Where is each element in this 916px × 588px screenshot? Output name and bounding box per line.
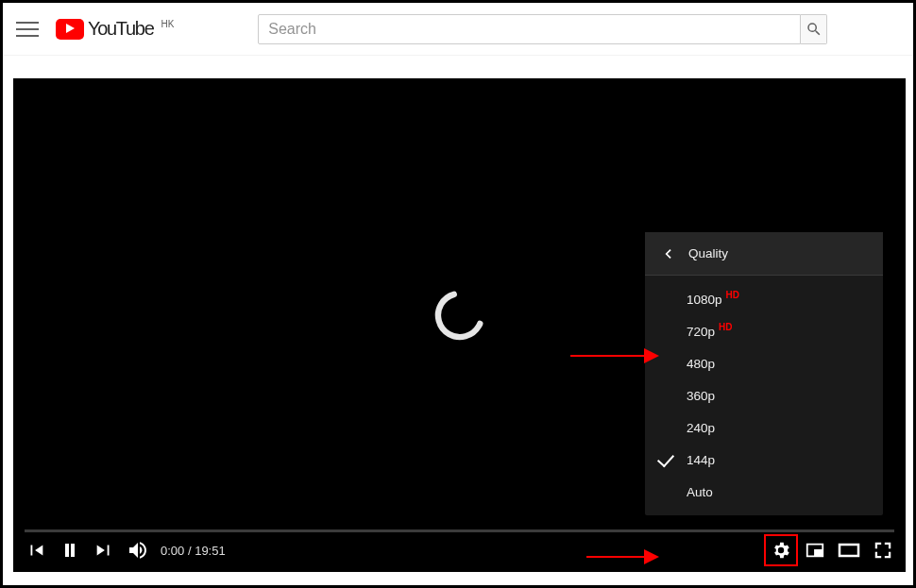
quality-menu: Quality 1080pHD720pHD480p360p240p144pAut… — [645, 232, 883, 515]
duration: 19:51 — [195, 544, 226, 558]
player-controls: 0:00 / 19:51 — [19, 532, 900, 568]
quality-menu-back[interactable]: Quality — [645, 232, 883, 276]
quality-label: 480p — [687, 357, 715, 371]
miniplayer-button[interactable] — [798, 533, 832, 567]
quality-option[interactable]: 240p — [645, 412, 883, 444]
search-input[interactable] — [258, 14, 801, 44]
hamburger-menu-icon[interactable] — [16, 18, 39, 41]
svg-rect-1 — [815, 550, 821, 555]
youtube-play-icon — [56, 19, 84, 40]
hd-badge: HD — [726, 290, 739, 300]
svg-rect-2 — [840, 545, 858, 556]
hd-badge: HD — [719, 322, 732, 332]
time-display: 0:00 / 19:51 — [161, 544, 226, 558]
gear-icon — [771, 540, 791, 561]
header: YouTube HK — [3, 3, 913, 56]
region-code: HK — [161, 19, 175, 29]
video-player[interactable]: Quality 1080pHD720pHD480p360p240p144pAut… — [13, 78, 906, 572]
settings-button[interactable] — [767, 536, 795, 564]
quality-option[interactable]: 1080pHD — [645, 283, 883, 315]
quality-option[interactable]: 144p — [645, 444, 883, 476]
previous-button[interactable] — [19, 533, 53, 567]
brand-text: YouTube — [88, 18, 154, 40]
quality-label: Auto — [687, 485, 713, 499]
quality-option[interactable]: 480p — [645, 347, 883, 379]
annotation-arrow-icon — [570, 355, 657, 357]
svg-point-0 — [430, 286, 489, 345]
quality-option[interactable]: Auto — [645, 476, 883, 508]
quality-label: 1080p — [687, 293, 722, 307]
pause-button[interactable] — [53, 533, 87, 567]
theater-button[interactable] — [832, 533, 866, 567]
quality-label: 720p — [687, 325, 715, 339]
quality-menu-items: 1080pHD720pHD480p360p240p144pAuto — [645, 276, 883, 515]
fullscreen-button[interactable] — [866, 533, 900, 567]
quality-menu-title: Quality — [688, 246, 728, 260]
search-icon — [806, 21, 823, 38]
quality-label: 240p — [687, 421, 715, 435]
loading-spinner-icon — [430, 285, 490, 345]
quality-label: 144p — [687, 453, 715, 467]
quality-label: 360p — [687, 389, 715, 403]
quality-option[interactable]: 360p — [645, 379, 883, 412]
next-button[interactable] — [87, 533, 121, 567]
current-time: 0:00 — [161, 544, 184, 558]
volume-button[interactable] — [121, 533, 155, 567]
settings-highlight — [764, 534, 798, 566]
search-button[interactable] — [801, 14, 827, 44]
youtube-logo[interactable]: YouTube HK — [56, 18, 174, 40]
chevron-left-icon — [658, 244, 677, 263]
quality-option[interactable]: 720pHD — [645, 315, 883, 347]
